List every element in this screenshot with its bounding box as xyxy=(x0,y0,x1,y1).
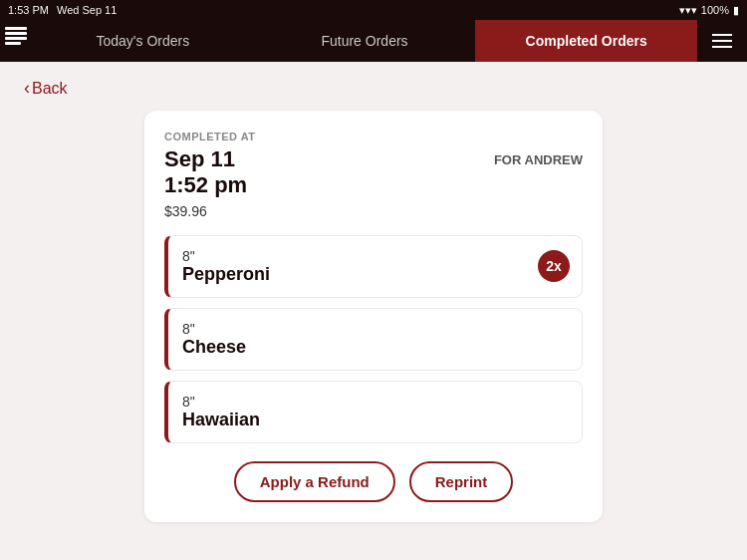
order-item-cheese: 8" Cheese xyxy=(164,308,583,371)
item-name-2: Cheese xyxy=(182,337,568,358)
battery-icon: ▮ xyxy=(733,4,739,17)
app-logo xyxy=(0,20,32,52)
item-size-2: 8" xyxy=(182,321,568,337)
order-time: 1:52 pm xyxy=(164,172,247,197)
status-date: Wed Sep 11 xyxy=(57,4,117,16)
item-qty-badge-1: 2x xyxy=(538,250,570,282)
svg-rect-3 xyxy=(5,42,21,45)
nav-tabs: Today's Orders Future Orders Completed O… xyxy=(0,20,747,62)
order-item-hawaiian: 8" Hawaiian xyxy=(164,381,583,443)
main-content: ‹ Back COMPLETED AT Sep 11 1:52 pm FOR A… xyxy=(0,62,747,538)
completed-at-label: COMPLETED AT xyxy=(164,131,583,142)
order-date-time: Sep 11 1:52 pm xyxy=(164,146,247,199)
order-for-name: FOR ANDREW xyxy=(494,152,583,167)
tab-completed-orders[interactable]: Completed Orders xyxy=(475,20,697,62)
order-date: Sep 11 xyxy=(164,146,235,171)
order-card: COMPLETED AT Sep 11 1:52 pm FOR ANDREW $… xyxy=(144,111,603,522)
item-name-1: Pepperoni xyxy=(182,264,568,285)
order-header: Sep 11 1:52 pm FOR ANDREW xyxy=(164,146,583,199)
svg-rect-0 xyxy=(5,27,27,30)
battery-percentage: 100% xyxy=(701,4,729,16)
item-name-3: Hawaiian xyxy=(182,410,568,430)
svg-rect-1 xyxy=(5,32,27,35)
back-label: Back xyxy=(32,80,68,98)
item-size-1: 8" xyxy=(182,248,568,264)
tab-future-orders[interactable]: Future Orders xyxy=(254,20,476,62)
item-size-3: 8" xyxy=(182,394,568,410)
status-bar: 1:53 PM Wed Sep 11 ▾▾▾ 100% ▮ xyxy=(0,0,747,20)
wifi-icon: ▾▾▾ xyxy=(679,4,697,17)
hamburger-icon xyxy=(712,34,732,48)
action-buttons: Apply a Refund Reprint xyxy=(164,461,583,502)
order-total: $39.96 xyxy=(164,203,583,219)
apply-refund-button[interactable]: Apply a Refund xyxy=(234,461,395,502)
tab-todays-orders[interactable]: Today's Orders xyxy=(32,20,254,62)
menu-button[interactable] xyxy=(697,20,747,62)
status-time: 1:53 PM xyxy=(8,4,49,16)
svg-rect-2 xyxy=(5,37,27,40)
chevron-left-icon: ‹ xyxy=(24,78,30,99)
back-button[interactable]: ‹ Back xyxy=(24,78,68,99)
reprint-button[interactable]: Reprint xyxy=(409,461,514,502)
order-item-pepperoni: 8" Pepperoni 2x xyxy=(164,235,583,298)
